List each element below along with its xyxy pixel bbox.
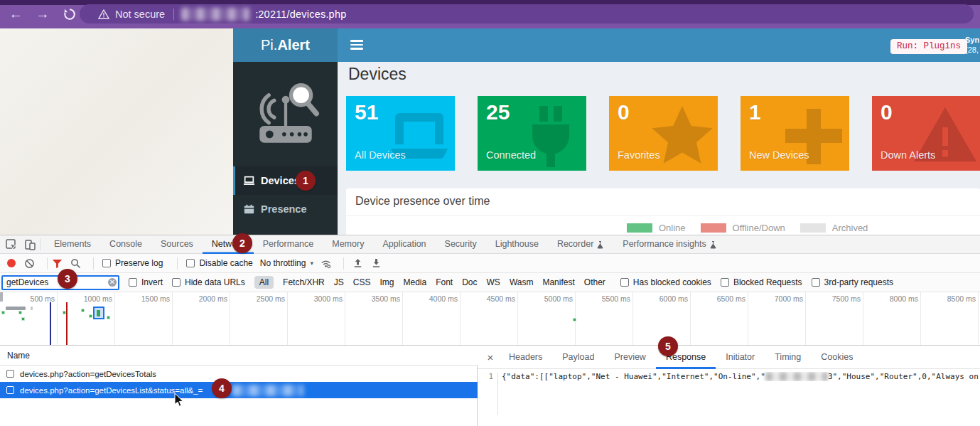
requests-pane: Name devices.php?action=getDevicesTotals… bbox=[0, 346, 478, 426]
device-toolbar-icon[interactable] bbox=[24, 239, 36, 250]
filter-type-other[interactable]: Other bbox=[584, 277, 605, 287]
sidebar-item-presence[interactable]: Presence bbox=[233, 195, 338, 223]
tab-lighthouse[interactable]: Lighthouse bbox=[486, 235, 548, 254]
tab-performance[interactable]: Performance bbox=[254, 235, 323, 254]
clear-network-log-icon[interactable] bbox=[24, 258, 35, 269]
detail-tab-timing[interactable]: Timing bbox=[765, 346, 811, 369]
preserve-log-checkbox[interactable]: Preserve log bbox=[102, 258, 163, 268]
card-value: 0 bbox=[618, 100, 630, 124]
timeline-activity-bar bbox=[31, 307, 33, 310]
tab-recorder[interactable]: Recorder bbox=[548, 235, 613, 254]
network-toolbar: Preserve log Disable cache No throttling… bbox=[0, 254, 980, 273]
card-new-devices[interactable]: 1 New Devices bbox=[741, 96, 849, 171]
forward-icon[interactable]: → bbox=[33, 6, 52, 23]
inspect-element-icon[interactable] bbox=[6, 239, 17, 250]
filter-type-wasm[interactable]: Wasm bbox=[510, 277, 534, 287]
url-text: :20211/devices.php bbox=[255, 9, 346, 20]
request-checkbox[interactable] bbox=[6, 386, 14, 394]
run-plugins-button[interactable]: Run: Plugins bbox=[890, 39, 967, 54]
close-detail-icon[interactable]: × bbox=[483, 351, 497, 363]
clear-filter-icon[interactable]: ✕ bbox=[108, 278, 117, 287]
card-label: All Devices bbox=[355, 149, 406, 161]
request-row-selected[interactable]: devices.php?action=getDevicesList&status… bbox=[0, 382, 478, 398]
back-icon[interactable]: ← bbox=[6, 6, 25, 23]
detail-tabbar: × Headers Payload Preview Response Initi… bbox=[478, 346, 980, 369]
tab-performance-insights[interactable]: Performance insights bbox=[613, 235, 726, 254]
page-blank-area bbox=[0, 28, 233, 235]
import-har-icon[interactable] bbox=[352, 258, 363, 269]
tab-application[interactable]: Application bbox=[373, 235, 435, 254]
requests-name-column-header[interactable]: Name bbox=[0, 346, 478, 366]
filter-type-js[interactable]: JS bbox=[334, 277, 344, 287]
request-row[interactable]: devices.php?action=getDevicesTotals bbox=[0, 366, 478, 382]
has-blocked-cookies-checkbox[interactable]: Has blocked cookies bbox=[620, 277, 711, 287]
address-bar[interactable]: Not secure :20211/devices.php bbox=[80, 4, 974, 23]
sidebar-item-devices[interactable]: Devices bbox=[233, 166, 338, 195]
devtools-tabbar: Elements Console Sources Network Perform… bbox=[0, 235, 980, 254]
tab-console[interactable]: Console bbox=[100, 235, 151, 254]
filter-type-all[interactable]: All bbox=[254, 276, 274, 289]
experiment-flask-icon bbox=[596, 240, 604, 249]
detail-tab-cookies[interactable]: Cookies bbox=[811, 346, 863, 369]
blocked-requests-checkbox[interactable]: Blocked Requests bbox=[721, 277, 802, 287]
calendar-icon bbox=[243, 204, 255, 215]
response-line-number: 1 bbox=[478, 372, 497, 381]
network-conditions-icon[interactable] bbox=[321, 258, 331, 269]
hide-data-urls-checkbox[interactable]: Hide data URLs bbox=[172, 277, 245, 287]
tab-sources[interactable]: Sources bbox=[151, 235, 203, 254]
timeline-tick: 2000 ms bbox=[185, 294, 227, 303]
filter-type-media[interactable]: Media bbox=[403, 277, 426, 287]
pialert-logo[interactable]: Pi.Alert bbox=[233, 28, 338, 62]
card-down-alerts[interactable]: 0 Down Alerts bbox=[872, 96, 980, 171]
timeline-tick: 2500 ms bbox=[242, 294, 285, 303]
filter-type-ws[interactable]: WS bbox=[487, 277, 500, 287]
timeline-activity-bar bbox=[6, 307, 26, 310]
timeline-tick: 4000 ms bbox=[415, 294, 458, 303]
devtools-panel: Elements Console Sources Network Perform… bbox=[0, 235, 980, 426]
third-party-requests-checkbox[interactable]: 3rd-party requests bbox=[812, 277, 893, 287]
tab-security[interactable]: Security bbox=[436, 235, 486, 254]
app-navbar: Run: Plugins Syn (28, bbox=[338, 28, 980, 62]
screenshot-root: ← → Not secure :20211/devices.php Pi.Ale… bbox=[0, 0, 980, 426]
timeline-tick: 8500 ms bbox=[933, 294, 976, 303]
card-connected[interactable]: 25 Connected bbox=[478, 96, 586, 171]
card-all-devices[interactable]: 51 All Devices bbox=[346, 96, 455, 171]
detail-tab-preview[interactable]: Preview bbox=[604, 346, 655, 369]
export-har-icon[interactable] bbox=[371, 258, 382, 269]
detail-tab-headers[interactable]: Headers bbox=[499, 346, 552, 369]
filter-type-font[interactable]: Font bbox=[436, 277, 453, 287]
invert-checkbox[interactable]: Invert bbox=[129, 277, 163, 287]
reload-icon[interactable] bbox=[63, 7, 77, 21]
presence-panel-title: Device presence over time bbox=[355, 195, 490, 208]
annotation-step-4: 4 bbox=[212, 378, 232, 398]
chart-legend: Online Offline/Down Archived bbox=[627, 223, 876, 233]
hamburger-icon[interactable] bbox=[350, 40, 363, 50]
detail-tab-payload[interactable]: Payload bbox=[552, 346, 604, 369]
card-value: 1 bbox=[749, 100, 761, 124]
detail-tab-initiator[interactable]: Initiator bbox=[716, 346, 765, 369]
filter-type-doc[interactable]: Doc bbox=[462, 277, 477, 287]
record-network-log-icon[interactable] bbox=[7, 259, 16, 267]
request-checkbox[interactable] bbox=[6, 370, 14, 378]
filter-type-fetch-xhr[interactable]: Fetch/XHR bbox=[283, 277, 325, 287]
redacted-host bbox=[181, 8, 249, 21]
filter-type-img[interactable]: Img bbox=[379, 277, 394, 287]
panel-divider bbox=[346, 215, 980, 216]
search-icon[interactable] bbox=[70, 258, 81, 269]
tab-memory[interactable]: Memory bbox=[323, 235, 373, 254]
filter-funnel-icon[interactable] bbox=[52, 258, 63, 269]
filter-type-css[interactable]: CSS bbox=[353, 277, 371, 287]
sidebar-item-label: Devices bbox=[261, 175, 300, 186]
network-overview-timeline[interactable]: 500 ms 1000 ms 1500 ms 2000 ms 2500 ms 3… bbox=[0, 292, 980, 346]
omnibox-divider bbox=[173, 9, 174, 20]
card-favorites[interactable]: 0 Favorites bbox=[609, 96, 718, 171]
filter-type-manifest[interactable]: Manifest bbox=[542, 277, 574, 287]
timeline-tick: 6000 ms bbox=[645, 294, 688, 303]
timeline-tick: 6500 ms bbox=[703, 294, 745, 303]
timeline-activity-dot bbox=[573, 318, 576, 321]
response-content[interactable]: 1 {"data":[["laptop","Net - Huawei","Int… bbox=[478, 372, 980, 383]
annotation-step-2: 2 bbox=[232, 233, 252, 253]
throttling-select[interactable]: No throttling▾ bbox=[260, 258, 313, 268]
tab-elements[interactable]: Elements bbox=[45, 235, 100, 254]
disable-cache-checkbox[interactable]: Disable cache bbox=[186, 258, 252, 268]
